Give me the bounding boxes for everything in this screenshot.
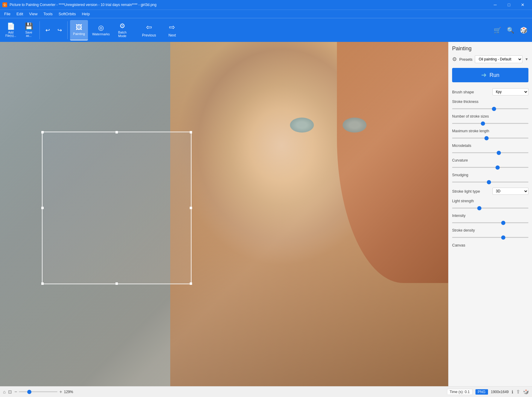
left-eye: [290, 118, 314, 133]
cart-button[interactable]: 🛒: [491, 24, 503, 36]
light-strength-label: Light strength: [452, 199, 474, 203]
previous-label: Previous: [142, 33, 156, 37]
maximize-button[interactable]: □: [502, 0, 516, 10]
3d-button[interactable]: 🎲: [518, 24, 530, 36]
painting-icon: 🖼: [76, 24, 82, 31]
toolbar-file-group: 📄 Add File(s)... 💾 Save as...: [2, 20, 37, 40]
stroke-thickness-slider[interactable]: [452, 108, 528, 109]
zoom-slider[interactable]: [19, 391, 57, 392]
status-share-button[interactable]: ⇪: [516, 389, 520, 395]
search-button[interactable]: 🔍: [504, 24, 516, 36]
intensity-label-row: Intensity: [452, 214, 528, 218]
presets-dropdown-icon: ▼: [525, 57, 528, 61]
hair-overlay: [337, 42, 448, 283]
zoom-in-button[interactable]: +: [59, 389, 62, 395]
redo-icon: ↪: [57, 28, 62, 33]
batch-mode-button[interactable]: ⚙ BatchMode: [114, 20, 131, 40]
microdetails-row: Microdetails: [452, 144, 528, 154]
run-label: Run: [490, 72, 499, 78]
curvature-label-row: Curvature: [452, 158, 528, 162]
presets-row: ⚙ Presets Oil painting - Default ▼: [452, 55, 528, 63]
status-info-button[interactable]: ℹ: [512, 390, 513, 394]
watermarks-icon: ◎: [98, 25, 104, 31]
watermarks-label: Watermarks: [92, 32, 110, 36]
girl-area: [170, 42, 448, 386]
stroke-light-type-row: Stroke light type 3D: [452, 188, 528, 195]
title-bar-controls: ─ □ ✕: [488, 0, 530, 10]
watermarks-button[interactable]: ◎ Watermarks: [89, 20, 113, 40]
right-panel: Painting ⚙ Presets Oil painting - Defaul…: [448, 42, 532, 386]
minimize-button[interactable]: ─: [488, 0, 502, 10]
batch-mode-icon: ⚙: [119, 23, 125, 29]
menu-help[interactable]: Help: [79, 11, 93, 17]
brush-shape-label: Brush shape: [452, 90, 474, 94]
separator-2: [67, 21, 68, 39]
microdetails-slider[interactable]: [452, 152, 528, 153]
intensity-label: Intensity: [452, 214, 466, 218]
save-as-label: Save as...: [25, 31, 32, 37]
zoom-out-button[interactable]: −: [14, 389, 17, 395]
presets-select[interactable]: Oil painting - Default: [475, 55, 522, 63]
status-bar: ⌂ ⊡ − + 129% Time (s): 0.1 PNG 1900x1649…: [0, 386, 532, 397]
status-fit-icon[interactable]: ⊡: [8, 389, 12, 395]
batch-mode-label: BatchMode: [118, 31, 127, 38]
main-layout: Painting ⚙ Presets Oil painting - Defaul…: [0, 42, 532, 386]
title-bar-text: Picture to Painting Converter - ****Unre…: [10, 3, 486, 7]
menu-tools[interactable]: Tools: [40, 11, 55, 17]
redo-button[interactable]: ↪: [54, 20, 65, 40]
toolbar-undo-group: ↩ ↪: [42, 20, 65, 40]
light-strength-slider[interactable]: [452, 208, 528, 209]
undo-icon: ↩: [45, 28, 50, 33]
next-icon: ⇨: [169, 23, 175, 31]
smudging-row: Smudging: [452, 173, 528, 183]
menu-edit[interactable]: Edit: [13, 11, 26, 17]
bunny-area: [0, 42, 188, 386]
canvas-section-label: Canvas: [452, 243, 528, 247]
intensity-row: Intensity: [452, 214, 528, 224]
light-strength-label-row: Light strength: [452, 199, 528, 203]
add-file-button[interactable]: 📄 Add File(s)...: [2, 20, 19, 40]
curvature-slider[interactable]: [452, 167, 528, 168]
menu-file[interactable]: File: [1, 11, 13, 17]
stroke-light-type-select[interactable]: 3D: [493, 188, 528, 195]
number-stroke-sizes-slider[interactable]: [452, 123, 528, 124]
stroke-density-label-row: Stroke density: [452, 228, 528, 232]
menu-view[interactable]: View: [26, 11, 40, 17]
right-eye: [343, 118, 367, 133]
add-file-label: Add File(s)...: [5, 31, 16, 37]
number-stroke-sizes-row: Number of stroke sizes: [452, 114, 528, 125]
zoom-value: 129%: [64, 390, 76, 394]
close-button[interactable]: ✕: [516, 0, 530, 10]
microdetails-label: Microdetails: [452, 144, 471, 148]
stroke-light-type-label: Stroke light type: [452, 189, 480, 194]
painting-button[interactable]: 🖼 Painting: [70, 20, 88, 40]
panel-title: Painting: [452, 45, 528, 52]
curvature-row: Curvature: [452, 158, 528, 169]
title-bar: 🎨 Picture to Painting Converter - ****Un…: [0, 0, 532, 10]
status-format[interactable]: PNG: [475, 389, 488, 395]
brush-shape-select[interactable]: Кру: [493, 88, 528, 95]
menu-softorbits[interactable]: SoftOrbits: [56, 11, 79, 17]
toolbar-mode-group: 🖼 Painting ◎ Watermarks ⚙ BatchMode: [70, 20, 131, 40]
intensity-slider[interactable]: [452, 222, 528, 223]
stroke-thickness-label-row: Stroke thickness: [452, 100, 528, 104]
undo-button[interactable]: ↩: [42, 20, 53, 40]
stroke-density-slider[interactable]: [452, 237, 528, 238]
menu-bar: File Edit View Tools SoftOrbits Help: [0, 10, 532, 18]
add-file-icon: 📄: [7, 23, 15, 30]
smudging-label: Smudging: [452, 173, 468, 177]
canvas-area[interactable]: [0, 42, 448, 386]
max-stroke-length-slider[interactable]: [452, 138, 528, 139]
save-as-button[interactable]: 💾 Save as...: [20, 20, 37, 40]
previous-button[interactable]: ⇦ Previous: [138, 20, 160, 40]
zoom-control: − + 129%: [14, 389, 76, 395]
run-button[interactable]: ➜ Run: [452, 68, 528, 82]
status-home-icon[interactable]: ⌂: [3, 389, 6, 394]
status-bar-left: ⌂ ⊡ − + 129%: [3, 389, 445, 395]
app-icon: 🎨: [2, 2, 7, 7]
status-3d-button[interactable]: 🎲: [523, 389, 529, 395]
next-label: Next: [168, 33, 176, 37]
max-stroke-length-label: Maximum stroke length: [452, 129, 489, 133]
smudging-slider[interactable]: [452, 182, 528, 182]
next-button[interactable]: ⇨ Next: [162, 20, 182, 40]
